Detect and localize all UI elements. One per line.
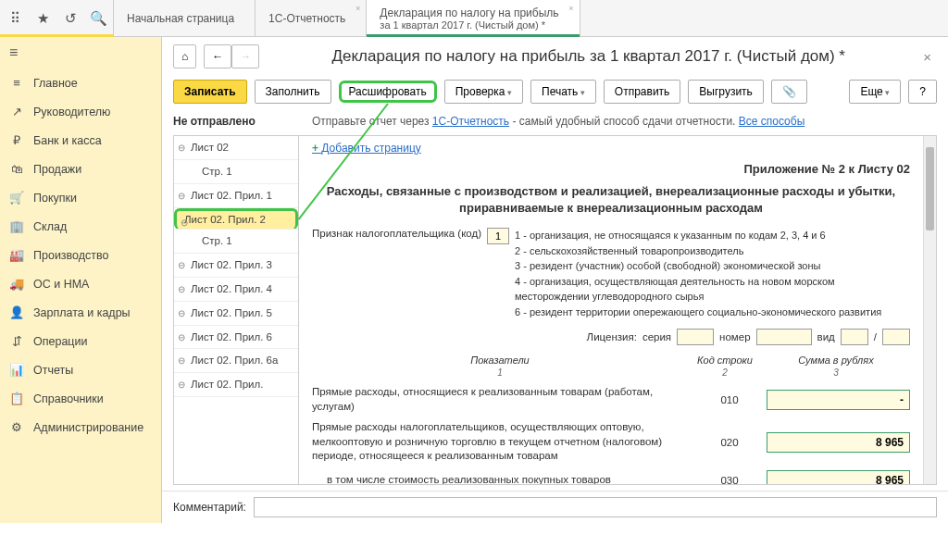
sidebar-item-4[interactable]: 🛒Покупки	[0, 183, 161, 212]
license-type2-input[interactable]	[882, 329, 910, 345]
link-1c-reporting[interactable]: 1С-Отчетность	[432, 115, 509, 128]
tabs: Начальная страница1С-Отчетность×Декларац…	[114, 0, 580, 36]
license-type1-input[interactable]	[841, 329, 868, 345]
sidebar-item-9[interactable]: ⇵Операции	[0, 327, 161, 355]
sidebar-icon: 📊	[9, 363, 24, 377]
sidebar-item-10[interactable]: 📊Отчеты	[0, 355, 161, 384]
value-input-010[interactable]	[767, 390, 910, 410]
comment-input[interactable]	[254, 497, 937, 517]
tree-item-5[interactable]: ⊖Лист 02. Прил. 3	[174, 254, 298, 278]
info-line: Не отправлено Отправьте отчет через 1С-О…	[162, 111, 948, 135]
sidebar-icon: ≡	[9, 76, 24, 90]
collapse-icon[interactable]: ⊖	[178, 190, 185, 202]
export-button[interactable]: Выгрузить	[688, 80, 764, 104]
tree-item-7[interactable]: ⊖Лист 02. Прил. 5	[174, 302, 298, 326]
sidebar-icon: 📋	[9, 392, 24, 405]
tab-0[interactable]: Начальная страница	[114, 0, 256, 36]
tab-2[interactable]: Декларация по налогу на прибыльза 1 квар…	[367, 0, 580, 36]
collapse-icon[interactable]: ⊖	[181, 217, 188, 229]
main: ≡ ≡Главное↗Руководителю₽Банк и касса🛍Про…	[0, 37, 948, 523]
tree-item-6[interactable]: ⊖Лист 02. Прил. 4	[174, 278, 298, 302]
tab-close-icon[interactable]: ×	[568, 4, 573, 13]
document-title: Декларация по налогу на прибыль за 1 ква…	[267, 47, 910, 66]
attach-button[interactable]: 📎	[771, 80, 807, 104]
sidebar-toggle-icon[interactable]: ≡	[0, 37, 161, 68]
check-button[interactable]: Проверка	[444, 80, 523, 104]
sidebar-item-1[interactable]: ↗Руководителю	[0, 97, 161, 126]
top-icon-strip: ⠿ ★ ↺ 🔍	[0, 0, 114, 36]
collapse-icon[interactable]: ⊖	[178, 331, 185, 343]
sidebar-item-5[interactable]: 🏢Склад	[0, 212, 161, 241]
doc-body: ⊖Лист 02Стр. 1⊖Лист 02. Прил. 1⊖Лист 02.…	[173, 135, 937, 485]
license-row: Лицензия: серия номер вид /	[312, 329, 910, 345]
section-tree[interactable]: ⊖Лист 02Стр. 1⊖Лист 02. Прил. 1⊖Лист 02.…	[174, 136, 299, 484]
comment-row: Комментарий:	[162, 491, 948, 523]
tree-item-2[interactable]: ⊖Лист 02. Прил. 1	[174, 184, 298, 208]
sidebar-item-6[interactable]: 🏭Производство	[0, 241, 161, 269]
tree-item-9[interactable]: ⊖Лист 02. Прил. 6а	[174, 349, 298, 373]
sidebar-item-2[interactable]: ₽Банк и касса	[0, 126, 161, 155]
sidebar: ≡ ≡Главное↗Руководителю₽Банк и касса🛍Про…	[0, 37, 162, 523]
fill-button[interactable]: Заполнить	[255, 80, 331, 104]
sidebar-icon: 🛒	[9, 191, 24, 205]
add-page-link[interactable]: Добавить страницу	[312, 142, 421, 155]
collapse-icon[interactable]: ⊖	[178, 355, 185, 367]
tab-1[interactable]: 1С-Отчетность×	[256, 0, 367, 36]
close-icon[interactable]: ×	[917, 49, 937, 65]
print-button[interactable]: Печать	[530, 80, 596, 104]
tree-item-0[interactable]: ⊖Лист 02	[174, 136, 298, 160]
save-button[interactable]: Записать	[173, 80, 247, 104]
collapse-icon[interactable]: ⊖	[178, 283, 185, 295]
home-button[interactable]: ⌂	[173, 44, 196, 68]
license-series-input[interactable]	[677, 329, 714, 345]
help-button[interactable]: ?	[908, 80, 937, 104]
link-all-methods[interactable]: Все способы	[739, 115, 805, 128]
toolbar: Записать Заполнить Расшифровать Проверка…	[162, 76, 948, 111]
collapse-icon[interactable]: ⊖	[178, 379, 185, 391]
forward-button[interactable]: →	[231, 44, 259, 68]
collapse-icon[interactable]: ⊖	[178, 307, 185, 319]
star-icon[interactable]: ★	[35, 11, 50, 26]
license-number-input[interactable]	[756, 329, 812, 345]
data-row-010: Прямые расходы, относящиеся к реализован…	[312, 385, 910, 414]
doc-header: ⌂ ← → Декларация по налогу на прибыль за…	[162, 37, 948, 76]
data-row-020: Прямые расходы налогоплательщиков, осуще…	[312, 420, 910, 464]
sidebar-item-8[interactable]: 👤Зарплата и кадры	[0, 298, 161, 327]
sidebar-icon: 🏢	[9, 219, 24, 233]
tree-item-10[interactable]: ⊖Лист 02. Прил.	[174, 373, 298, 397]
tree-item-3[interactable]: ⊖Лист 02. Прил. 2	[174, 208, 298, 230]
decode-button[interactable]: Расшифровать	[339, 81, 437, 103]
send-button[interactable]: Отправить	[604, 80, 681, 104]
sidebar-item-0[interactable]: ≡Главное	[0, 68, 161, 97]
sidebar-item-12[interactable]: ⚙Администрирование	[0, 413, 161, 442]
sidebar-icon: 🛍	[9, 162, 24, 176]
value-input-020[interactable]	[767, 432, 910, 453]
history-icon[interactable]: ↺	[63, 11, 78, 26]
sidebar-icon: ⚙	[9, 420, 24, 434]
tab-close-icon[interactable]: ×	[356, 4, 360, 13]
sidebar-icon: ₽	[9, 133, 24, 147]
search-icon[interactable]: 🔍	[91, 11, 106, 26]
vertical-scrollbar[interactable]	[923, 136, 936, 484]
value-input-030[interactable]	[767, 470, 910, 484]
tree-item-4[interactable]: Стр. 1	[174, 230, 298, 254]
taxpayer-row: Признак налогоплательщика (код) 1 - орга…	[312, 228, 910, 319]
send-status: Не отправлено	[173, 115, 303, 128]
sidebar-icon: 👤	[9, 305, 24, 319]
taxpayer-code-input[interactable]	[487, 228, 509, 244]
section-title: Расходы, связанные с производством и реа…	[312, 183, 910, 217]
collapse-icon[interactable]: ⊖	[178, 259, 185, 271]
tree-item-1[interactable]: Стр. 1	[174, 160, 298, 184]
data-row-030: в том числе стоимость реализованных поку…	[312, 470, 910, 484]
sidebar-item-7[interactable]: 🚚ОС и НМА	[0, 269, 161, 298]
back-button[interactable]: ←	[204, 44, 231, 68]
collapse-icon[interactable]: ⊖	[178, 142, 185, 154]
sidebar-item-11[interactable]: 📋Справочники	[0, 384, 161, 413]
form-area: Добавить страницу Приложение № 2 к Листу…	[299, 136, 923, 484]
more-button[interactable]: Еще	[849, 80, 901, 104]
appendix-number: Приложение № 2 к Листу 02	[312, 162, 910, 176]
sidebar-item-3[interactable]: 🛍Продажи	[0, 155, 161, 183]
tree-item-8[interactable]: ⊖Лист 02. Прил. 6	[174, 326, 298, 350]
apps-icon[interactable]: ⠿	[7, 11, 22, 26]
sidebar-icon: 🚚	[9, 277, 24, 291]
